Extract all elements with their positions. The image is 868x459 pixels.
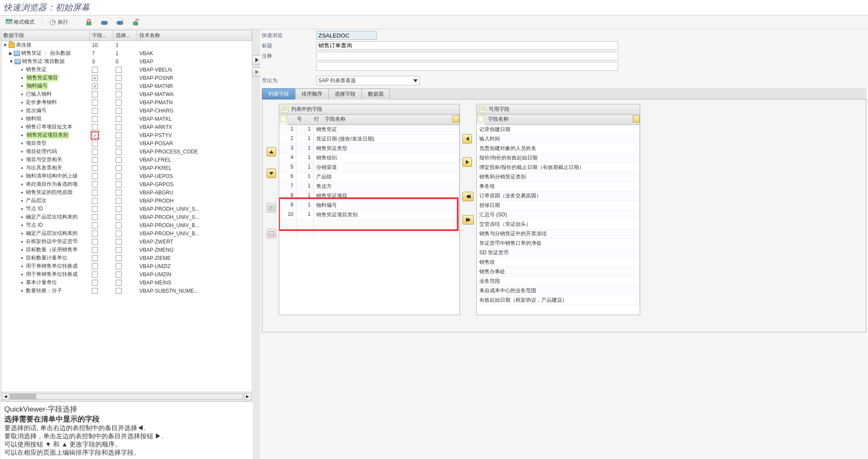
selection-field-checkbox[interactable] bbox=[116, 165, 122, 171]
selection-field-checkbox[interactable] bbox=[116, 157, 122, 163]
add-field-button[interactable] bbox=[462, 134, 472, 144]
move-down-button[interactable] bbox=[267, 169, 276, 178]
insert-row-button[interactable] bbox=[267, 203, 276, 212]
tool-button-2[interactable] bbox=[98, 18, 111, 27]
list-field-checkbox[interactable] bbox=[92, 198, 98, 204]
tree-leaf[interactable]: 销售凭证的拒绝原因VBAP-ABGRU bbox=[1, 188, 252, 197]
scroll-left-button[interactable]: ◀ bbox=[2, 393, 9, 400]
list-field-checkbox[interactable] bbox=[92, 247, 98, 253]
tab-list-fields[interactable]: 列表字段 bbox=[262, 88, 296, 100]
list-field-checkbox[interactable] bbox=[92, 67, 98, 73]
table-row[interactable]: 报价/询价的有效起始日期 bbox=[477, 153, 640, 163]
tree-leaf[interactable]: 确定产品层次结构来的VBAP-PRODH_UNIV_S... bbox=[1, 213, 252, 221]
selection-field-checkbox[interactable] bbox=[116, 83, 122, 89]
comment-input-2[interactable] bbox=[316, 62, 618, 71]
selection-field-checkbox[interactable] bbox=[116, 255, 122, 261]
table-row[interactable]: 101销售凭证项目类别 bbox=[279, 210, 459, 220]
selection-field-checkbox[interactable] bbox=[116, 231, 122, 237]
table-row[interactable]: 有效起始日期（框架协议，产品建议） bbox=[477, 296, 640, 305]
tree-node-root[interactable]: ▼表连接 10 1 bbox=[1, 41, 252, 49]
selection-field-checkbox[interactable] bbox=[116, 272, 122, 278]
table-row[interactable]: 销售组 bbox=[477, 258, 640, 267]
list-field-checkbox[interactable] bbox=[92, 173, 98, 179]
table-row[interactable]: 91物料编号 bbox=[279, 201, 459, 210]
list-field-checkbox[interactable] bbox=[92, 149, 98, 155]
selection-field-checkbox[interactable] bbox=[116, 149, 122, 155]
table-row[interactable]: 销售与分销凭证中的开票冻结 bbox=[477, 229, 640, 239]
list-field-checkbox[interactable] bbox=[92, 132, 98, 138]
remove-all-button[interactable] bbox=[462, 215, 474, 225]
list-field-checkbox[interactable] bbox=[92, 272, 98, 278]
list-field-checkbox[interactable] bbox=[92, 91, 98, 97]
tree-leaf[interactable]: 物料编号VBAP-MATNR bbox=[1, 82, 252, 90]
tree-leaf[interactable]: 项目与交货相关VBAP-LFREL bbox=[1, 156, 252, 164]
tab-select-fields[interactable]: 选择字段 bbox=[328, 88, 362, 100]
selection-field-checkbox[interactable] bbox=[116, 190, 122, 196]
selection-field-checkbox[interactable] bbox=[116, 222, 122, 228]
table-row[interactable]: 51分销渠道 bbox=[279, 163, 459, 172]
table-row[interactable]: 输入时间 bbox=[477, 134, 640, 144]
list-field-checkbox[interactable] bbox=[92, 116, 98, 122]
list-field-checkbox[interactable] bbox=[92, 100, 98, 106]
tree-leaf[interactable]: 定价参考物料VBAP-PMATN bbox=[1, 98, 252, 106]
tab-sort-order[interactable]: 排序顺序 bbox=[295, 88, 329, 100]
selection-field-checkbox[interactable] bbox=[116, 288, 122, 294]
remove-field-button[interactable] bbox=[462, 157, 472, 167]
comment-input[interactable] bbox=[316, 52, 618, 60]
list-field-checkbox[interactable] bbox=[92, 239, 98, 245]
tree-leaf[interactable]: 销售凭证项目类别VBAP-PSTYV bbox=[1, 131, 252, 139]
list-field-checkbox[interactable] bbox=[92, 255, 98, 261]
selection-field-checkbox[interactable] bbox=[116, 280, 122, 286]
selection-field-checkbox[interactable] bbox=[116, 67, 122, 73]
table-row[interactable]: 绑定投标/报价的截止日期（有效期截止日期） bbox=[477, 163, 640, 172]
format-mode-button[interactable]: 格式模式 bbox=[3, 17, 38, 27]
table-row[interactable]: 61产品组 bbox=[279, 172, 459, 182]
tree-leaf[interactable]: 节点 IDVBAP-PRODH_UNIV_S... bbox=[1, 205, 252, 213]
table-row[interactable]: 汇总号 (SD) bbox=[477, 210, 640, 220]
tree-leaf[interactable]: 目标数量计量单位VBAP-ZIEME bbox=[1, 254, 252, 262]
tree-leaf[interactable]: 与出具发票相关VBAP-FKREL bbox=[1, 164, 252, 172]
table-row[interactable]: 记录创建日期 bbox=[477, 125, 640, 134]
delete-row-button[interactable] bbox=[267, 229, 276, 238]
list-field-checkbox[interactable] bbox=[92, 222, 98, 228]
selection-field-checkbox[interactable] bbox=[116, 124, 122, 130]
table-row[interactable]: 11销售凭证 bbox=[279, 125, 459, 134]
tree-leaf[interactable]: 用于将销售单位转换成VBAP-UMZIN bbox=[1, 270, 252, 278]
list-field-checkbox[interactable] bbox=[92, 214, 98, 220]
tree-leaf[interactable]: 项目处理代码VBAP-PROCESS_CODE bbox=[1, 147, 252, 156]
list-field-checkbox[interactable] bbox=[92, 231, 98, 237]
tree-leaf[interactable]: 数量转换：分子VBAP-SUBSTN_NUME... bbox=[1, 287, 252, 295]
list-field-checkbox[interactable] bbox=[92, 263, 98, 269]
selection-field-checkbox[interactable] bbox=[116, 91, 122, 97]
table-row[interactable]: 41销售组织 bbox=[279, 153, 459, 163]
list-field-checkbox[interactable] bbox=[92, 141, 98, 147]
list-field-checkbox[interactable] bbox=[92, 124, 98, 130]
selection-field-checkbox[interactable] bbox=[116, 206, 122, 212]
tree-leaf[interactable]: 批次编号VBAP-CHARG bbox=[1, 106, 252, 115]
table-row[interactable]: 订单原因（业务交易原因） bbox=[477, 191, 640, 201]
table-row[interactable]: SD 凭证货币 bbox=[477, 248, 640, 258]
selection-field-checkbox[interactable] bbox=[116, 214, 122, 220]
tree-leaf[interactable]: 用于将销售单位转换成VBAP-UMZIZ bbox=[1, 262, 252, 270]
table-row[interactable]: 81销售凭证项目 bbox=[279, 191, 459, 201]
list-field-checkbox[interactable] bbox=[92, 181, 98, 187]
list-field-checkbox[interactable] bbox=[92, 280, 98, 286]
config-columns-button[interactable] bbox=[633, 116, 640, 122]
tree-leaf[interactable]: 已输入物料VBAP-MATWA bbox=[1, 90, 252, 98]
list-corner-icon[interactable] bbox=[478, 116, 484, 122]
tree-leaf[interactable]: 将此项目作为备选的项VBAP-GRPOS bbox=[1, 180, 252, 188]
export-dropdown[interactable]: SAP 列表查看器 bbox=[316, 76, 420, 85]
table-row[interactable]: 事务组 bbox=[477, 182, 640, 191]
selection-field-checkbox[interactable] bbox=[116, 116, 122, 122]
list-field-checkbox[interactable] bbox=[92, 157, 98, 163]
table-row[interactable]: 31销售凭证类型 bbox=[279, 144, 459, 153]
tree-leaf[interactable]: 在框架协议中凭证货币VBAP-ZWERT bbox=[1, 237, 252, 246]
selection-field-checkbox[interactable] bbox=[116, 132, 122, 138]
list-corner-icon[interactable] bbox=[280, 116, 286, 122]
table-row[interactable]: 担保日期 bbox=[477, 201, 640, 210]
tree-leaf[interactable]: 销售凭证项目VBAP-POSNR bbox=[1, 74, 252, 82]
tree-node-vbak[interactable]: ▶销售凭证 ： 抬头数据 7 1 VBAK bbox=[1, 49, 252, 57]
selection-field-checkbox[interactable] bbox=[116, 198, 122, 204]
table-row[interactable]: 交货冻结（凭证抬头） bbox=[477, 220, 640, 229]
selection-field-checkbox[interactable] bbox=[116, 181, 122, 187]
